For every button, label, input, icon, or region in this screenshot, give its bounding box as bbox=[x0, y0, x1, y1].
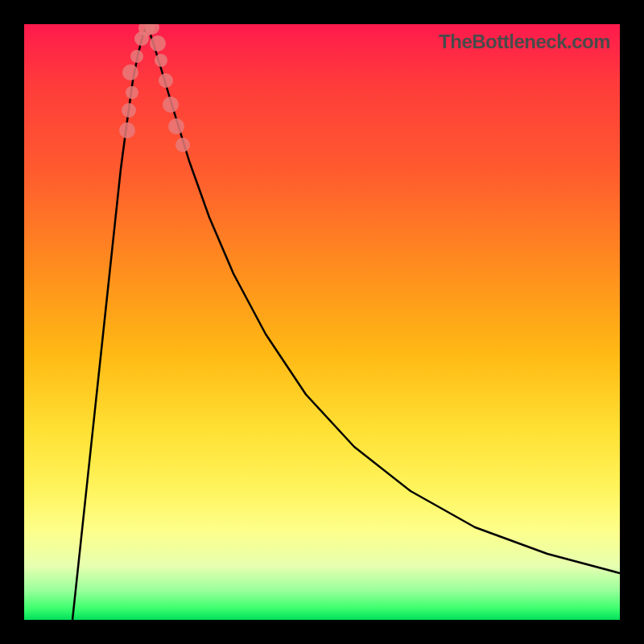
data-point bbox=[155, 54, 167, 67]
data-point bbox=[175, 138, 190, 152]
curve-left-branch bbox=[72, 26, 147, 620]
data-point bbox=[122, 103, 136, 118]
data-point bbox=[130, 50, 143, 63]
plot-area: TheBottleneck.com bbox=[24, 24, 620, 620]
chart-frame: TheBottleneck.com bbox=[0, 0, 644, 644]
data-point bbox=[150, 35, 166, 52]
data-point bbox=[119, 122, 135, 138]
data-point bbox=[138, 24, 155, 36]
data-point bbox=[168, 118, 184, 134]
watermark-text: TheBottleneck.com bbox=[439, 31, 610, 53]
data-point bbox=[145, 24, 159, 35]
data-point bbox=[159, 73, 173, 88]
data-point bbox=[126, 86, 138, 99]
curve-right-branch bbox=[147, 26, 620, 573]
data-point bbox=[134, 31, 149, 46]
curve-layer bbox=[72, 26, 620, 620]
chart-svg bbox=[24, 24, 620, 620]
points-layer bbox=[119, 24, 190, 152]
data-point bbox=[122, 64, 138, 80]
data-point bbox=[163, 97, 179, 113]
